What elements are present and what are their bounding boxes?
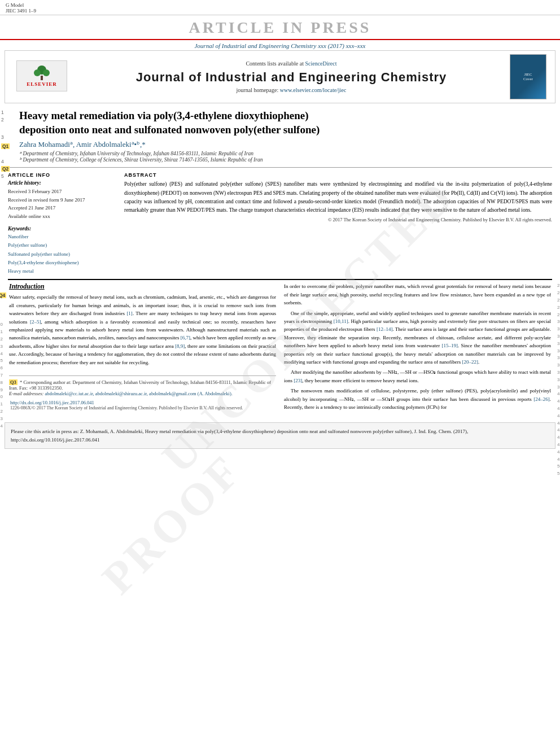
keyword-pedot: Poly(3,4-ethylene dioxythiophene) bbox=[8, 259, 115, 267]
q2-marker: Q2 bbox=[1, 166, 10, 172]
copyright-footer: 1226-086X/© 2017 The Korean Society of I… bbox=[9, 405, 276, 410]
intro-left-text: Water safety, especially the removal of … bbox=[9, 293, 276, 366]
elsevier-tree-icon bbox=[30, 64, 53, 81]
divider-thick bbox=[8, 279, 552, 280]
accepted-date: Accepted 21 June 2017 bbox=[8, 204, 115, 212]
keyword-pes: Poly(ether sulfone) bbox=[8, 241, 115, 250]
article-info-heading: ARTICLE INFO bbox=[8, 172, 115, 178]
intro-section-title: Introduction bbox=[9, 282, 276, 291]
keywords-label: Keywords: bbox=[8, 226, 115, 231]
keyword-heavy-metal: Heavy metal bbox=[8, 267, 115, 276]
line-nums-left: 6 Q4 7 8 9 10 11 12 13 14 15 16 17 18 19… bbox=[0, 282, 7, 430]
journal-cover-image: JIECCover bbox=[510, 54, 546, 99]
available-date: Available online xxx bbox=[8, 212, 115, 220]
doi-line[interactable]: http://dx.doi.org/10.1016/j.jiec.2017.06… bbox=[9, 400, 276, 405]
journal-name-line: Journal of Industrial and Engineering Ch… bbox=[0, 40, 560, 50]
model-info: G Model JIEC 3491 1–9 bbox=[6, 2, 36, 14]
affiliations: ᵃ Department of Chemistry, Isfahan Unive… bbox=[8, 150, 552, 163]
homepage-link[interactable]: www.elsevier.com/locate/jiec bbox=[280, 87, 347, 93]
body-right-col: 252627282930 313233343536 373839404142 4… bbox=[284, 282, 551, 413]
sciencedirect-link[interactable]: ScienceDirect bbox=[305, 60, 336, 67]
elsevier-brand-text: ELSEVIER bbox=[27, 81, 57, 87]
svg-point-2 bbox=[43, 69, 50, 76]
abstract-copyright: © 2017 The Korean Society of Industrial … bbox=[124, 217, 552, 222]
intro-right-text: In order to overcome the problem, polyme… bbox=[284, 282, 551, 411]
line-numbers-header: 1 2 3 Q1 4 Q2 5 bbox=[1, 109, 11, 180]
email-label: E-mail addresses: bbox=[9, 391, 43, 396]
keyword-spes: Sulfonated poly(ether sulfone) bbox=[8, 250, 115, 259]
corresponding-author-note: * Corresponding author at: Department of… bbox=[9, 379, 271, 391]
journal-homepage: journal homepage: www.elsevier.com/locat… bbox=[73, 87, 510, 93]
article-in-press-banner: ARTICLE IN PRESS bbox=[0, 15, 560, 40]
citation-text: Please cite this article in press as: Z.… bbox=[11, 429, 468, 442]
body-left-col: 6 Q4 7 8 9 10 11 12 13 14 15 16 17 18 19… bbox=[9, 282, 276, 413]
q4-marker: Q4 bbox=[0, 292, 6, 298]
abstract-col: ABSTRACT Poly(ether sulfone) (PES) and s… bbox=[124, 172, 552, 276]
contents-line: Contents lists available at ScienceDirec… bbox=[73, 60, 510, 67]
footnote-area: Q3 * Corresponding author at: Department… bbox=[9, 375, 276, 396]
elsevier-logo-area: ELSEVIER bbox=[11, 60, 73, 94]
abstract-text: Poly(ether sulfone) (PES) and sulfonated… bbox=[124, 180, 552, 215]
revised-date: Received in revised form 9 June 2017 bbox=[8, 196, 115, 204]
article-info-col: ARTICLE INFO Article history: Received 3… bbox=[8, 172, 115, 276]
top-bar: G Model JIEC 3491 1–9 bbox=[0, 0, 560, 15]
q3-footnote-marker: Q3 bbox=[9, 379, 18, 385]
email-addresses: abdolmaleki@cc.iut.ac.ir, abdolmaleki@sh… bbox=[45, 391, 232, 396]
citation-box: Please cite this article in press as: Z.… bbox=[5, 422, 555, 449]
journal-header-center: Contents lists available at ScienceDirec… bbox=[73, 60, 510, 93]
keyword-nanofiber: Nanofiber bbox=[8, 233, 115, 241]
article-history-label: Article history: bbox=[8, 180, 115, 186]
svg-rect-3 bbox=[41, 76, 43, 80]
journal-title: Journal of Industrial and Engineering Ch… bbox=[73, 70, 510, 85]
svg-point-1 bbox=[34, 69, 41, 76]
elsevier-logo-box: ELSEVIER bbox=[16, 60, 67, 91]
keywords-section: Keywords: Nanofiber Poly(ether sulfone) … bbox=[8, 226, 115, 276]
q1-marker: Q1 bbox=[1, 143, 10, 149]
journal-cover-area: JIECCover bbox=[510, 54, 549, 99]
doi-url[interactable]: http://dx.doi.org/10.1016/j.jiec.2017.06… bbox=[10, 400, 94, 405]
abstract-heading: ABSTRACT bbox=[124, 172, 552, 178]
article-info-abstract: ARTICLE INFO Article history: Received 3… bbox=[8, 167, 552, 276]
authors: Zahra Mohamadiᵃ, Amir Abdolmalekiᵃ•ᵇ,* bbox=[8, 140, 552, 149]
line-nums-right: 252627282930 313233343536 373839404142 4… bbox=[557, 282, 560, 478]
banner-text: ARTICLE IN PRESS bbox=[189, 19, 371, 36]
main-content: UNCORRECTED PROOF 1 2 3 Q1 4 Q2 5 Heavy … bbox=[0, 103, 560, 418]
watermark-2: PROOF bbox=[92, 444, 252, 605]
body-content: 6 Q4 7 8 9 10 11 12 13 14 15 16 17 18 19… bbox=[8, 282, 552, 413]
journal-header: ELSEVIER Contents lists available at Sci… bbox=[5, 50, 555, 103]
received-date: Received 3 February 2017 bbox=[8, 187, 115, 195]
article-title: Heavy metal remediation via poly(3,4-eth… bbox=[8, 109, 552, 137]
